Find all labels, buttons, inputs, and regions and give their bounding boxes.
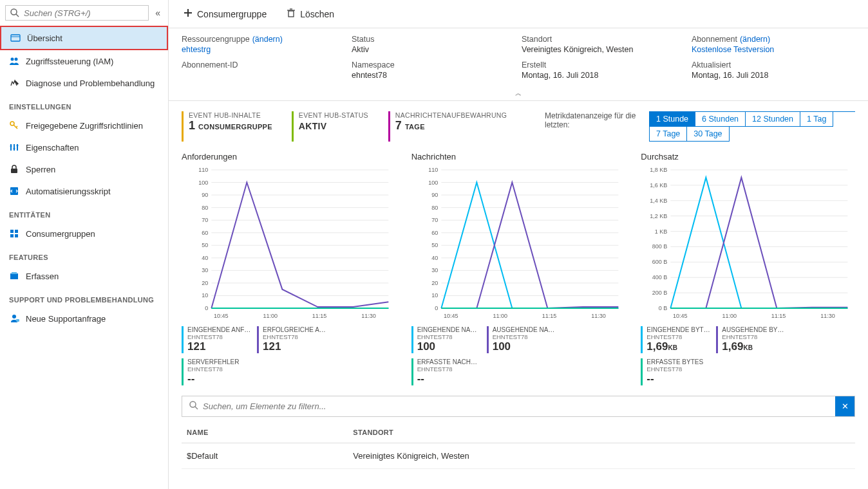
sidebar-item-iam[interactable]: Zugriffssteuerung (IAM) xyxy=(0,50,168,72)
legend-label: AUSGEHENDE NACHRI… xyxy=(493,326,557,333)
svg-point-13 xyxy=(14,148,15,150)
legend-value: 121 xyxy=(187,340,252,353)
sidebar-item-label: Automatisierungsskript xyxy=(26,187,111,196)
trash-icon xyxy=(286,8,296,20)
sidebar-item-support-request[interactable]: Neue Supportanfrage xyxy=(0,308,168,329)
svg-text:1,8 KB: 1,8 KB xyxy=(650,167,668,173)
support-icon xyxy=(9,313,19,324)
sidebar-item-locks[interactable]: Sperren xyxy=(0,158,168,180)
chart-area[interactable]: 010203040506070809010011010:4511:0011:15… xyxy=(411,167,626,321)
filter-input[interactable] xyxy=(203,401,829,411)
search-icon xyxy=(189,400,199,412)
prop-label: Abonnement xyxy=(692,35,737,44)
time-range-btn-0[interactable]: 1 Stunde xyxy=(650,112,695,127)
chart-area[interactable]: 0 B200 B400 B600 B800 B1 KB1,2 KB1,4 KB1… xyxy=(641,167,855,321)
svg-text:1 KB: 1 KB xyxy=(655,228,668,235)
toolbar: Consumergruppe Löschen xyxy=(169,0,868,28)
chart-legend: EINGEHENDE BYTES (… EHNTEST78 1,69KBAUSG… xyxy=(641,326,855,385)
time-range-btn-4[interactable]: 7 Tage xyxy=(650,127,687,142)
svg-rect-21 xyxy=(10,273,18,279)
legend-sub: EHNTEST78 xyxy=(722,333,786,340)
svg-rect-22 xyxy=(12,272,17,274)
sidebar-item-label: Übersicht xyxy=(27,33,62,43)
sidebar-item-shared-access[interactable]: Freigegebene Zugriffsrichtlinien xyxy=(0,115,168,136)
sidebar: « Übersicht Zugriffssteuerung (IAM) Diag… xyxy=(0,0,169,489)
svg-text:1,6 KB: 1,6 KB xyxy=(650,182,668,189)
sidebar-item-consumer-groups[interactable]: Consumergruppen xyxy=(0,223,168,244)
summary-label: NACHRICHTENAUFBEWAHRUNG xyxy=(395,111,507,119)
summary-row: EVENT HUB-INHALTE 1 CONSUMERGRUPPE EVENT… xyxy=(169,101,868,152)
legend-item: EINGEHENDE ANFOR… EHNTEST78 121 xyxy=(182,326,252,353)
svg-text:200 B: 200 B xyxy=(652,290,668,296)
main-content: Consumergruppe Löschen Ressourcengruppe(… xyxy=(169,0,868,489)
sidebar-item-automation[interactable]: Automatisierungsskript xyxy=(0,180,168,202)
time-range-buttons: 1 Stunde6 Stunden12 Stunden1 Tag7 Tage30… xyxy=(649,111,855,142)
svg-point-5 xyxy=(15,58,18,61)
time-range-btn-1[interactable]: 6 Stunden xyxy=(695,112,746,127)
sidebar-item-properties[interactable]: Eigenschaften xyxy=(0,136,168,158)
sidebar-item-diagnose[interactable]: Diagnose und Problembehandlung xyxy=(0,72,168,94)
svg-text:90: 90 xyxy=(431,192,438,198)
sidebar-item-overview[interactable]: Übersicht xyxy=(0,26,168,50)
clear-filter-button[interactable]: ✕ xyxy=(835,396,854,416)
svg-text:11:00: 11:00 xyxy=(263,313,278,319)
chart-title: Durchsatz xyxy=(641,152,855,161)
search-icon xyxy=(10,8,20,18)
delete-button[interactable]: Löschen xyxy=(282,5,338,23)
prop-label: Erstellt xyxy=(522,60,685,69)
svg-text:11:15: 11:15 xyxy=(312,313,327,319)
svg-text:50: 50 xyxy=(431,242,438,248)
svg-text:1,4 KB: 1,4 KB xyxy=(650,198,668,204)
section-header-support: SUPPORT UND PROBLEMBEHANDLUNG xyxy=(0,287,168,308)
svg-text:10:45: 10:45 xyxy=(444,313,458,319)
overview-icon xyxy=(10,33,21,43)
resource-group-link[interactable]: ehtestrg xyxy=(182,45,345,54)
svg-rect-19 xyxy=(10,234,14,237)
collapse-sidebar-button[interactable]: « xyxy=(153,6,163,19)
sidebar-item-capture[interactable]: Erfassen xyxy=(0,265,168,287)
table-row[interactable]: $DefaultVereinigtes Königreich, Westen xyxy=(182,443,855,469)
summary-value: AKTIV xyxy=(299,121,327,131)
time-range-btn-3[interactable]: 1 Tag xyxy=(800,112,833,127)
search-input[interactable] xyxy=(24,8,144,18)
svg-text:30: 30 xyxy=(431,267,438,273)
sidebar-item-label: Zugriffssteuerung (IAM) xyxy=(26,57,113,66)
search-box[interactable] xyxy=(5,5,149,21)
svg-text:40: 40 xyxy=(431,255,438,261)
svg-point-4 xyxy=(11,58,14,61)
legend-item: ERFASSTE NACHRI… EHNTEST78 -- xyxy=(411,358,482,385)
expand-properties-chevron[interactable]: ︽ xyxy=(169,86,868,101)
svg-text:60: 60 xyxy=(202,230,208,236)
consumer-groups-table: NAME STANDORT $DefaultVereinigtes Königr… xyxy=(182,422,855,469)
time-range-label: Metrikdatenanzeige für die letzten: xyxy=(545,111,641,142)
svg-text:1,2 KB: 1,2 KB xyxy=(650,213,668,219)
summary-value: 7 xyxy=(395,119,402,132)
button-label: Löschen xyxy=(300,9,334,19)
subscription-link[interactable]: Kostenlose Testversion xyxy=(692,45,855,54)
chart-title: Anforderungen xyxy=(182,152,396,161)
section-header-entities: ENTITÄTEN xyxy=(0,202,168,223)
add-consumer-group-button[interactable]: Consumergruppe xyxy=(179,5,270,23)
time-range-btn-2[interactable]: 12 Stunden xyxy=(746,112,800,127)
svg-text:100: 100 xyxy=(198,180,208,186)
legend-item: ERFOLGREICHE ANFOR… EHNTEST78 121 xyxy=(257,326,327,353)
iam-icon xyxy=(9,56,19,66)
chart-area[interactable]: 010203040506070809010011010:4511:0011:15… xyxy=(182,167,396,321)
change-resource-group-link[interactable]: (ändern) xyxy=(252,35,283,44)
svg-text:110: 110 xyxy=(428,167,438,173)
charts-row: Anforderungen010203040506070809010011010… xyxy=(169,152,868,396)
svg-text:40: 40 xyxy=(202,255,208,261)
svg-text:70: 70 xyxy=(202,217,208,223)
legend-value: 1,69KB xyxy=(722,340,786,353)
legend-sub: EHNTEST78 xyxy=(646,333,711,340)
legend-value: -- xyxy=(646,373,705,385)
svg-text:11:30: 11:30 xyxy=(361,313,376,319)
sidebar-item-label: Sperren xyxy=(26,165,55,174)
svg-rect-2 xyxy=(11,35,20,41)
properties-panel: Ressourcengruppe(ändern) ehtestrg Abonne… xyxy=(169,28,868,86)
time-range-btn-5[interactable]: 30 Tage xyxy=(687,127,729,142)
table-header-location[interactable]: STANDORT xyxy=(348,422,855,443)
table-header-name[interactable]: NAME xyxy=(182,422,348,443)
change-subscription-link[interactable]: (ändern) xyxy=(740,35,770,44)
summary-unit: TAGE xyxy=(405,123,425,131)
